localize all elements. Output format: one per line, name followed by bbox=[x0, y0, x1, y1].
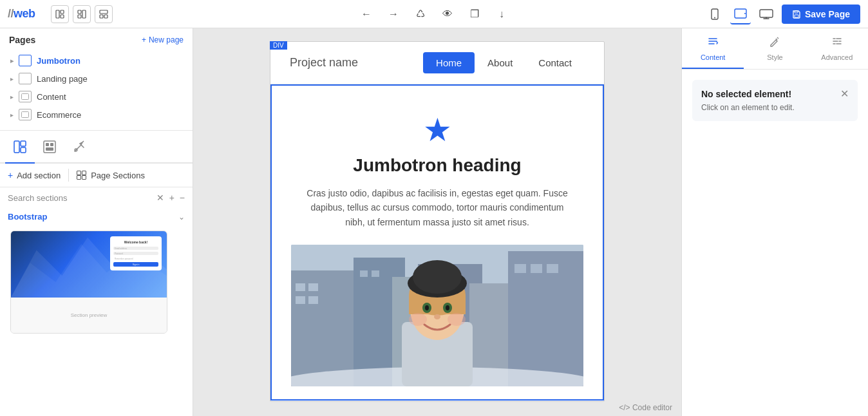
svg-rect-27 bbox=[77, 176, 81, 180]
sidebar-divider bbox=[0, 130, 193, 131]
search-sections-label: Search sections bbox=[8, 193, 68, 203]
svg-rect-24 bbox=[46, 147, 53, 151]
page-sections-button[interactable]: Page Sections bbox=[77, 171, 145, 180]
tablet-device-btn[interactable] bbox=[730, 4, 751, 24]
advanced-tab-icon bbox=[831, 35, 844, 51]
svg-rect-52 bbox=[409, 295, 466, 314]
tab-advanced[interactable]: Advanced bbox=[806, 28, 868, 69]
tab-content[interactable]: Content bbox=[682, 28, 744, 69]
tab-tools[interactable] bbox=[64, 135, 94, 164]
svg-rect-47 bbox=[547, 264, 558, 273]
right-panel-tabs: Content Style Advanced bbox=[682, 28, 868, 70]
undo-button[interactable]: ← bbox=[356, 4, 377, 24]
svg-point-60 bbox=[409, 313, 427, 326]
svg-rect-22 bbox=[46, 143, 49, 146]
clear-search-button[interactable]: ✕ bbox=[156, 193, 164, 203]
svg-point-57 bbox=[425, 305, 429, 310]
right-panel: Content Style Advanced No selected eleme… bbox=[681, 28, 868, 416]
preview-card-background: Welcome back! Email address Password Rem… bbox=[11, 231, 167, 298]
site-logo: Project name bbox=[290, 56, 358, 70]
svg-rect-8 bbox=[104, 15, 108, 18]
svg-rect-18 bbox=[14, 141, 19, 153]
section-actions: + Add section Page Sections bbox=[0, 164, 193, 187]
no-selection-header: No selected element! ✕ bbox=[701, 89, 849, 99]
code-editor-bar[interactable]: </> Code editor bbox=[610, 399, 681, 416]
bootstrap-header: Bootstrap ⌄ bbox=[0, 208, 193, 225]
search-icons: ✕ + − bbox=[156, 193, 185, 203]
svg-rect-40 bbox=[308, 283, 318, 291]
svg-rect-4 bbox=[82, 10, 86, 18]
svg-rect-1 bbox=[61, 10, 64, 14]
style-tab-icon bbox=[768, 35, 781, 51]
page-icon bbox=[19, 109, 32, 120]
section-separator bbox=[68, 169, 69, 182]
search-sections-bar: Search sections ✕ + − bbox=[0, 187, 193, 208]
close-no-selection-button[interactable]: ✕ bbox=[840, 89, 849, 99]
preview-signin-btn: Sign in bbox=[113, 262, 158, 267]
page-item-landing[interactable]: ▸ Landing page bbox=[5, 70, 187, 88]
jumbotron-heading[interactable]: Jumbotron heading bbox=[291, 155, 583, 176]
new-page-button[interactable]: + New page bbox=[142, 35, 184, 44]
chevron-icon: ▸ bbox=[10, 111, 14, 118]
topbar-center-controls: ← → ♺ 👁 ❐ ↓ bbox=[356, 4, 512, 24]
site-nav: Project name Home About Contact bbox=[270, 42, 604, 84]
add-search-button[interactable]: + bbox=[169, 193, 175, 203]
svg-rect-2 bbox=[61, 15, 64, 18]
preview-remember-field: Remember password bbox=[113, 257, 158, 260]
site-preview: DIV Project name Home About Contact ★ Ju… bbox=[270, 41, 605, 402]
left-sidebar: Pages + New page ▸ Jumbotron ▸ Landing p… bbox=[0, 28, 193, 416]
save-page-button[interactable]: Save Page bbox=[782, 5, 860, 24]
bootstrap-chevron-icon[interactable]: ⌄ bbox=[178, 213, 185, 222]
svg-point-58 bbox=[446, 305, 449, 310]
no-selection-box: No selected element! ✕ Click on an eleme… bbox=[692, 80, 858, 121]
desktop-device-btn[interactable] bbox=[756, 4, 777, 24]
layout-icon-3[interactable] bbox=[95, 5, 113, 23]
layout-icon-2[interactable] bbox=[73, 5, 91, 23]
tab-style[interactable]: Style bbox=[744, 28, 806, 69]
topbar-right: Save Page bbox=[704, 4, 860, 24]
svg-rect-19 bbox=[21, 141, 26, 146]
preview-card[interactable]: Welcome back! Email address Password Rem… bbox=[10, 231, 167, 334]
add-section-button[interactable]: + Add section bbox=[8, 170, 61, 180]
layout-icon-1[interactable] bbox=[51, 5, 69, 23]
site-nav-links: Home About Contact bbox=[423, 52, 585, 73]
topbar: //web ← → ♺ 👁 bbox=[0, 0, 868, 28]
jumbotron-text[interactable]: Cras justo odio, dapibus ac facilisis in… bbox=[302, 186, 572, 229]
page-item-jumbotron[interactable]: ▸ Jumbotron bbox=[5, 52, 187, 70]
layout-icons bbox=[51, 5, 113, 23]
page-icon bbox=[19, 55, 32, 66]
svg-rect-16 bbox=[22, 94, 29, 100]
nav-link-contact[interactable]: Contact bbox=[525, 52, 585, 73]
svg-rect-3 bbox=[78, 10, 81, 14]
minus-search-button[interactable]: − bbox=[180, 193, 185, 203]
page-icon bbox=[19, 91, 32, 102]
preview-button[interactable]: 👁 bbox=[437, 4, 458, 24]
svg-rect-41 bbox=[296, 296, 305, 304]
tab-templates[interactable] bbox=[35, 135, 64, 164]
page-item-ecommerce[interactable]: ▸ Ecommerce bbox=[5, 106, 187, 124]
nav-link-home[interactable]: Home bbox=[423, 52, 475, 73]
svg-rect-42 bbox=[308, 296, 318, 304]
jumbotron-image bbox=[291, 245, 583, 386]
preview-form: Welcome back! Email address Password Rem… bbox=[110, 236, 162, 270]
refresh-button[interactable]: ♺ bbox=[410, 4, 431, 24]
tab-layout[interactable] bbox=[5, 135, 35, 164]
redo-button[interactable]: → bbox=[383, 4, 404, 24]
mobile-device-btn[interactable] bbox=[704, 4, 725, 24]
jumbotron-content: ★ Jumbotron heading Cras justo odio, dap… bbox=[270, 84, 604, 401]
svg-rect-20 bbox=[21, 147, 26, 153]
fullscreen-button[interactable]: ❐ bbox=[464, 4, 485, 24]
svg-rect-17 bbox=[22, 112, 29, 118]
page-item-content[interactable]: ▸ Content bbox=[5, 88, 187, 106]
download-button[interactable]: ↓ bbox=[491, 4, 512, 24]
chevron-icon: ▸ bbox=[10, 93, 14, 100]
svg-rect-26 bbox=[77, 171, 81, 175]
svg-point-59 bbox=[434, 314, 440, 319]
sidebar-tabs bbox=[0, 135, 193, 164]
svg-rect-15 bbox=[795, 11, 798, 13]
nav-link-about[interactable]: About bbox=[475, 52, 525, 73]
svg-point-12 bbox=[744, 13, 746, 14]
svg-rect-14 bbox=[795, 15, 798, 17]
preview-email-field: Email address bbox=[113, 247, 158, 250]
svg-point-54 bbox=[413, 260, 462, 294]
